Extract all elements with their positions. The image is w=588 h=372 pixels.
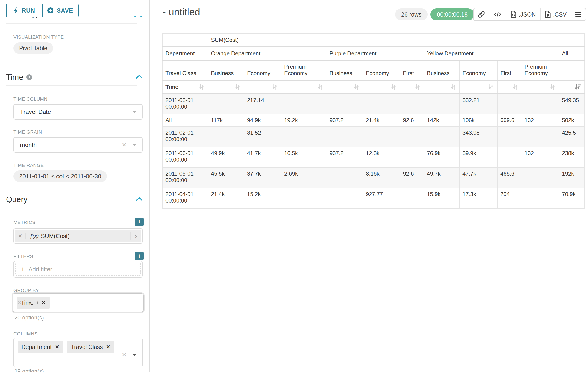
plus-icon: + <box>21 266 25 273</box>
add-filter-plus-button[interactable]: + <box>135 252 144 260</box>
value-cell <box>208 94 244 114</box>
remove-tag-icon[interactable]: ✕ <box>42 300 46 306</box>
row-dim-header: Department <box>163 47 208 60</box>
chevron-up-icon[interactable] <box>136 197 143 201</box>
divider <box>6 23 137 24</box>
value-cell <box>424 127 460 147</box>
query-section-header[interactable]: Query <box>6 195 28 204</box>
remove-metric-icon[interactable]: ✕ <box>15 233 26 239</box>
table-row: 2011-05-01 00:00:0045.5k37.7k2.69k8.16k9… <box>163 168 585 188</box>
export-json-button[interactable]: .JSON <box>506 8 540 21</box>
row-label: 2011-04-01 00:00:00 <box>163 188 208 209</box>
chart-title[interactable]: - untitled <box>163 7 200 18</box>
value-cell <box>498 94 522 114</box>
query-section-title: Query <box>6 195 28 204</box>
add-filter-label: Add filter <box>28 266 52 273</box>
value-cell: 142k <box>424 114 460 127</box>
value-cell: 117k <box>208 114 244 127</box>
value-cell: 94.9k <box>244 114 282 127</box>
sort-icon <box>390 84 397 90</box>
col-group-header: All <box>559 47 585 60</box>
col-header: Business <box>208 60 244 80</box>
table-row: 2011-03-01 00:00:00217.14332.21549.35 <box>163 94 585 114</box>
sort-header-cell[interactable] <box>424 80 460 94</box>
viz-type-pill[interactable]: Pivot Table <box>13 42 53 54</box>
clear-icon[interactable]: ✕ <box>17 299 22 306</box>
sort-header-cell[interactable] <box>282 80 327 94</box>
columns-select[interactable]: Department ✕ Travel Class ✕ ✕ <box>13 338 143 367</box>
value-cell: 332.21 <box>460 94 498 114</box>
embed-code-button[interactable] <box>489 8 506 21</box>
value-cell <box>400 147 424 168</box>
chevron-right-icon[interactable]: › <box>130 232 141 240</box>
sort-header-cell[interactable] <box>559 80 585 94</box>
col-group-header: Purple Department <box>327 47 424 60</box>
row-label: 2011-06-01 00:00:00 <box>163 147 208 168</box>
time-column-select[interactable]: Travel Date <box>13 104 143 119</box>
remove-tag-icon[interactable]: ✕ <box>55 344 59 350</box>
sort-header-cell[interactable]: Time <box>163 80 208 94</box>
time-grain-select[interactable]: month ✕ <box>13 137 143 152</box>
value-cell: 425.5 <box>559 127 585 147</box>
run-button[interactable]: RUN <box>7 4 42 17</box>
clear-icon[interactable]: ✕ <box>122 351 126 358</box>
add-filter-button[interactable]: + Add filter <box>15 263 141 276</box>
sort-header-cell[interactable] <box>363 80 400 94</box>
value-cell: 192k <box>559 168 585 188</box>
save-button-label: SAVE <box>57 7 73 14</box>
sort-icon <box>487 84 494 90</box>
value-cell: 49.9k <box>208 147 244 168</box>
time-range-pill[interactable]: 2011-01-01 ≤ col < 2011-06-30 <box>13 170 107 182</box>
sort-header-cell[interactable] <box>244 80 282 94</box>
sort-icon <box>414 84 421 90</box>
more-options-button[interactable] <box>571 8 586 21</box>
value-cell <box>424 94 460 114</box>
pivot-table-container: SUM(Cost)DepartmentOrange DepartmentPurp… <box>162 33 585 209</box>
sort-header-cell[interactable] <box>400 80 424 94</box>
metric-pill[interactable]: ✕ ƒ(x) SUM(Cost) › <box>15 230 141 242</box>
time-column-label: TIME COLUMN <box>13 96 48 102</box>
sort-header-cell[interactable] <box>460 80 498 94</box>
chevron-up-icon[interactable] <box>136 74 143 79</box>
time-section-header[interactable]: Time i <box>6 73 32 82</box>
scrolled-control-mark <box>134 16 136 17</box>
chevron-down-icon[interactable] <box>133 354 137 356</box>
value-cell: 16.5k <box>282 147 327 168</box>
value-cell: 12.3k <box>363 147 400 168</box>
info-icon: i <box>37 300 38 306</box>
value-cell: 21.4k <box>363 114 400 127</box>
value-cell <box>363 127 400 147</box>
clear-icon[interactable]: ✕ <box>122 142 126 148</box>
json-file-icon <box>510 11 516 18</box>
value-cell: 937.2 <box>327 147 363 168</box>
chevron-down-icon[interactable] <box>28 302 32 304</box>
sort-icon <box>271 84 278 90</box>
value-cell <box>498 147 522 168</box>
value-cell: 49.7k <box>424 168 460 188</box>
table-row: 2011-06-01 00:00:0049.9k41.7k16.5k937.21… <box>163 147 585 168</box>
col-header: First <box>498 60 522 80</box>
row-label: 2011-03-01 00:00:00 <box>163 94 208 114</box>
sort-header-cell[interactable] <box>327 80 363 94</box>
group-by-select[interactable]: Time i ✕ ✕ <box>12 293 144 312</box>
columns-hint: 19 option(s) <box>14 368 44 372</box>
sort-header-cell[interactable] <box>522 80 559 94</box>
columns-tag-label: Travel Class <box>71 344 103 350</box>
time-range-label: TIME RANGE <box>13 163 44 168</box>
col-header: Premium Economy <box>522 60 559 80</box>
metrics-label: METRICS <box>13 220 35 225</box>
remove-tag-icon[interactable]: ✕ <box>106 344 110 350</box>
export-csv-button[interactable]: .CSV <box>540 8 571 21</box>
sort-header-cell[interactable] <box>498 80 522 94</box>
copy-link-button[interactable] <box>474 8 489 21</box>
value-cell: 204 <box>498 188 522 209</box>
run-save-button-group: RUN SAVE <box>6 4 79 17</box>
row-label: 2011-02-01 00:00:00 <box>163 127 208 147</box>
col-header: Economy <box>244 60 282 80</box>
value-cell: 70.9k <box>559 188 585 209</box>
add-metric-button[interactable]: + <box>135 218 144 226</box>
sort-icon <box>549 84 556 90</box>
value-cell: 81.52 <box>244 127 282 147</box>
sort-header-cell[interactable] <box>208 80 244 94</box>
save-button[interactable]: SAVE <box>42 4 78 17</box>
